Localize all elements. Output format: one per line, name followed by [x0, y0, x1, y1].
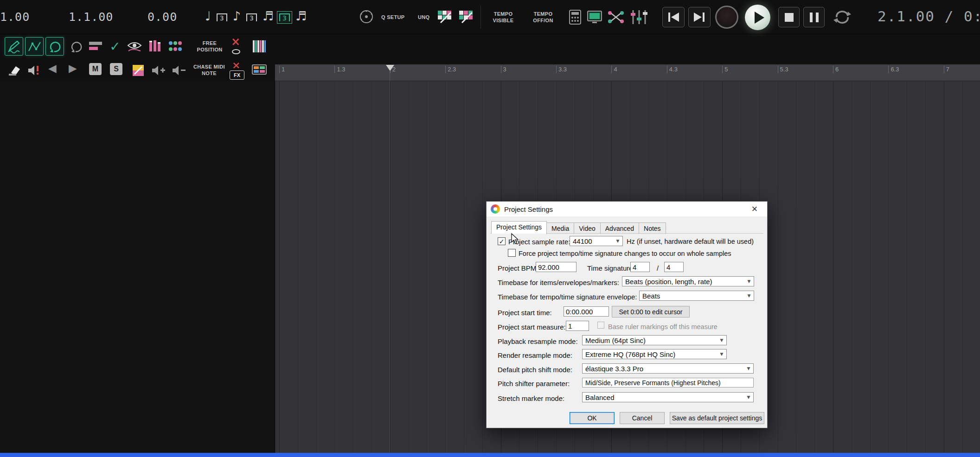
apply-check-tool[interactable]: ✓: [107, 37, 123, 56]
grid-edit-icon[interactable]: [436, 8, 455, 25]
volume-down-tool[interactable]: [171, 63, 187, 78]
free-position-button[interactable]: FREE POSITION: [192, 40, 227, 53]
grid-division-group: ♩3♪3♬3♬: [205, 6, 307, 27]
tab-media[interactable]: Media: [546, 222, 574, 234]
playback-resample-value: Medium (64pt Sinc): [585, 336, 646, 344]
tempo-visible-button[interactable]: TEMPO VISIBLE: [485, 11, 521, 24]
loop-points-tool[interactable]: [45, 37, 64, 56]
fx-label: FX: [234, 72, 240, 78]
save-default-button[interactable]: Save as default project settings: [670, 412, 764, 424]
stretch-marker-dropdown[interactable]: Balanced ▼: [582, 392, 754, 402]
note-grid-button[interactable]: ♬: [263, 7, 274, 25]
tab-video[interactable]: Video: [574, 222, 601, 234]
edit-cursor-line: [390, 71, 390, 453]
ruler-tick-label: 3.3: [556, 66, 567, 73]
track-control-panel[interactable]: [0, 81, 275, 453]
q-setup-button[interactable]: Q SETUP: [381, 14, 404, 20]
set-edit-cursor-button[interactable]: Set 0:00 to edit cursor: [612, 306, 690, 317]
sample-rate-checkbox[interactable]: ✓: [498, 237, 506, 245]
playback-resample-dropdown[interactable]: Medium (64pt Sinc) ▼: [582, 335, 727, 345]
dialog-title: Project Settings: [504, 205, 553, 213]
mixer-icon[interactable]: [628, 7, 650, 27]
color-dots-tool[interactable]: [166, 38, 185, 55]
remove-fx-icon[interactable]: ×: [231, 35, 240, 48]
ruler-tick-label: 4.3: [667, 66, 678, 73]
draw-pencil-tool[interactable]: [5, 37, 23, 56]
triplet-grid-button[interactable]: 3: [217, 13, 227, 21]
time-signature-denominator-field[interactable]: [664, 262, 684, 272]
refresh-tool[interactable]: [68, 38, 84, 55]
pitch-shift-dropdown[interactable]: élastique 3.3.3 Pro ▼: [582, 363, 754, 374]
volume-up-tool[interactable]: [150, 63, 167, 78]
start-measure-field[interactable]: [566, 321, 589, 331]
lanes-pink-tool[interactable]: [147, 38, 163, 55]
triplet-grid-button[interactable]: 3: [246, 13, 257, 21]
media-lanes-tool[interactable]: [87, 38, 104, 55]
tempo-onoff-line2: OFF/ON: [525, 17, 561, 24]
pause-button[interactable]: [803, 7, 825, 27]
force-whole-samples-checkbox[interactable]: [508, 249, 516, 257]
triplet-grid-button[interactable]: 3: [279, 13, 290, 21]
bpm-field[interactable]: [536, 262, 576, 272]
close-button[interactable]: ×: [746, 202, 763, 216]
play-button[interactable]: [745, 5, 770, 30]
metronome-dial-icon[interactable]: [357, 7, 376, 26]
envelope-points-tool[interactable]: [25, 37, 44, 56]
time-signature-numerator-field[interactable]: [630, 262, 650, 272]
calculator-icon[interactable]: [567, 8, 583, 26]
prev-item-button[interactable]: ◀: [48, 62, 57, 74]
render-resample-value: Extreme HQ (768pt HQ Sinc): [585, 350, 675, 358]
stop-button[interactable]: [778, 7, 800, 27]
unquantize-button[interactable]: UNQ: [418, 14, 429, 20]
ok-button[interactable]: OK: [570, 412, 615, 424]
grid-edit-alt-icon[interactable]: [457, 8, 476, 25]
tab-project-settings[interactable]: Project Settings: [491, 221, 547, 234]
routing-icon[interactable]: [606, 8, 626, 26]
reaper-logo-icon: [491, 204, 500, 214]
chevron-down-icon: ▼: [717, 352, 726, 356]
pitch-param-dropdown[interactable]: Mid/Side, Preserve Formants (Highest Pit…: [582, 378, 754, 387]
volume-minus-icon: [172, 64, 186, 76]
tempo-onoff-button[interactable]: TEMPO OFF/ON: [525, 11, 561, 24]
project-settings-dialog: Project Settings × Project Settings Medi…: [486, 201, 768, 428]
show-envelope-tool[interactable]: [125, 38, 144, 55]
monitor-fx-icon[interactable]: [585, 8, 604, 26]
record-button[interactable]: [715, 6, 738, 29]
tab-notes[interactable]: Notes: [639, 222, 666, 234]
render-resample-dropdown[interactable]: Extreme HQ (768pt HQ Sinc) ▼: [582, 349, 727, 359]
note-grid-button[interactable]: ♪: [233, 7, 241, 25]
tab-advanced[interactable]: Advanced: [600, 222, 639, 234]
solo-button[interactable]: S: [110, 63, 122, 75]
go-to-end-button[interactable]: [688, 7, 711, 27]
chase-midi-line1: CHASE MIDI: [190, 63, 228, 70]
piano-stripes-tool[interactable]: [250, 38, 268, 55]
video-monitor-tool[interactable]: [250, 63, 268, 78]
item-properties-tool[interactable]: [131, 63, 146, 78]
mute-alert-tool[interactable]: [26, 63, 42, 78]
next-item-button[interactable]: ▶: [69, 62, 77, 74]
ruler-tick-label: 6.3: [888, 66, 899, 73]
repeat-button[interactable]: [831, 7, 853, 27]
cancel-button[interactable]: Cancel: [620, 412, 665, 424]
toggle-oval-icon[interactable]: [232, 49, 240, 54]
remove-track-fx-icon[interactable]: ×: [232, 59, 240, 71]
chevron-down-icon: ▼: [744, 279, 754, 284]
mute-button[interactable]: M: [89, 63, 102, 75]
dialog-titlebar[interactable]: Project Settings ×: [487, 202, 767, 216]
note-grid-button[interactable]: ♩: [205, 7, 211, 25]
sample-rate-combo[interactable]: 44100 ▼: [570, 236, 623, 246]
timebase-tempo-dropdown[interactable]: Beats ▼: [639, 291, 754, 301]
fx-button[interactable]: FX: [230, 70, 244, 80]
playhead-marker[interactable]: [386, 65, 394, 71]
loop-arrow-icon: [48, 39, 62, 53]
tempo-visible-line2: VISIBLE: [485, 17, 521, 24]
note-grid-button[interactable]: ♬: [295, 7, 307, 25]
skip-to-end-icon: [693, 12, 706, 23]
eraser-tool[interactable]: [6, 63, 22, 78]
timeline-ruler[interactable]: 11.322.333.344.355.366.37: [275, 64, 980, 81]
go-to-start-button[interactable]: [662, 7, 685, 27]
timebase-items-dropdown[interactable]: Beats (position, length, rate) ▼: [622, 276, 754, 286]
chase-midi-note-button[interactable]: CHASE MIDI NOTE: [190, 63, 228, 76]
big-clock[interactable]: 2.1.00 / 0:0: [878, 8, 980, 25]
start-time-field[interactable]: [564, 306, 609, 317]
